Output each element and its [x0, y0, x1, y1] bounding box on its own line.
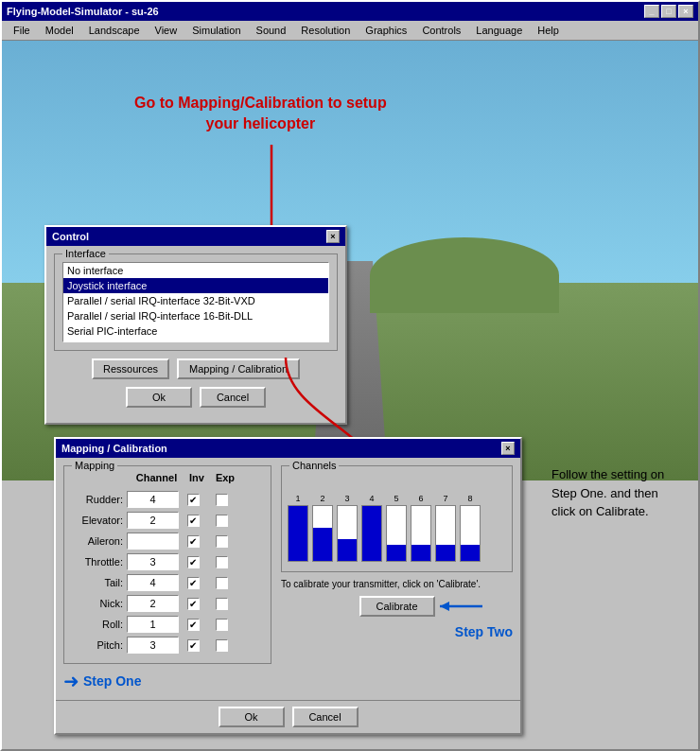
inv-check-icon-7[interactable]: ✔ — [187, 639, 200, 652]
close-button[interactable]: × — [678, 5, 693, 18]
channel-col-0: 1 — [288, 494, 308, 562]
maximize-button[interactable]: □ — [661, 5, 676, 18]
list-item-0[interactable]: No interface — [63, 263, 328, 278]
inv-checkbox-6[interactable]: ✔ — [179, 619, 207, 631]
channel-num-2: 3 — [344, 494, 349, 503]
inv-checkbox-1[interactable]: ✔ — [179, 515, 207, 527]
channel-value-2[interactable] — [127, 533, 179, 550]
mapping-left-panel: Mapping Channel Inv Exp Rudder: 4 ✔ Elev… — [63, 465, 271, 692]
inv-check-icon-6[interactable]: ✔ — [187, 619, 200, 631]
menu-language[interactable]: Language — [468, 23, 530, 38]
channels-group-box: Channels 1 2 3 4 5 — [281, 465, 513, 572]
control-dialog-title-bar: Control × — [46, 227, 345, 246]
mapping-cancel-button[interactable]: Cancel — [292, 707, 359, 727]
instruction-line1: Go to Mapping/Calibration to setup — [134, 93, 387, 114]
inv-checkbox-0[interactable]: ✔ — [179, 494, 207, 506]
menu-sound[interactable]: Sound — [249, 23, 294, 38]
exp-checkbox-7[interactable] — [207, 639, 236, 652]
mapping-dialog-title-bar: Mapping / Calibration × — [56, 439, 520, 458]
list-item-3[interactable]: Parallel / serial IRQ-interface 16-Bit-D… — [63, 308, 328, 323]
step-two-container: Step Two — [281, 624, 513, 639]
exp-checkbox-5[interactable] — [207, 598, 236, 610]
exp-check-icon-1[interactable] — [216, 515, 228, 527]
channel-value-6[interactable]: 1 — [127, 616, 179, 633]
step-one-label: Step One — [83, 673, 141, 689]
mapping-row-label-2: Aileron: — [70, 535, 127, 547]
menu-file[interactable]: File — [6, 23, 38, 38]
inv-check-icon-2[interactable]: ✔ — [187, 535, 200, 548]
inv-check-icon-5[interactable]: ✔ — [187, 598, 200, 610]
inv-check-icon-4[interactable]: ✔ — [187, 577, 200, 589]
mapping-row-label-0: Rudder: — [70, 494, 127, 505]
calibrate-row: Calibrate — [281, 596, 513, 617]
control-ok-button[interactable]: Ok — [126, 387, 192, 408]
mapping-group-box: Mapping Channel Inv Exp Rudder: 4 ✔ Elev… — [63, 465, 271, 664]
title-bar: Flying-Model-Simulator - su-26 _ □ × — [2, 2, 698, 21]
follow-text: Follow the setting on Step One. and then… — [551, 465, 679, 521]
mapping-dialog-close[interactable]: × — [501, 442, 515, 455]
menu-graphics[interactable]: Graphics — [358, 23, 414, 38]
bar-container-0 — [288, 505, 308, 562]
control-dialog-close[interactable]: × — [326, 230, 340, 243]
inv-check-icon-0[interactable]: ✔ — [187, 494, 200, 506]
exp-check-icon-0[interactable] — [216, 494, 228, 506]
channel-num-6: 7 — [443, 494, 447, 503]
bar-fill-0 — [289, 506, 307, 561]
inv-check-icon-1[interactable]: ✔ — [187, 515, 200, 527]
menu-simulation[interactable]: Simulation — [184, 23, 248, 38]
channel-value-5[interactable]: 2 — [127, 595, 179, 612]
channel-value-1[interactable]: 2 — [127, 512, 179, 529]
channel-col-7: 8 — [460, 494, 481, 562]
exp-checkbox-1[interactable] — [207, 515, 236, 527]
inv-checkbox-2[interactable]: ✔ — [179, 535, 207, 548]
exp-checkbox-6[interactable] — [207, 619, 236, 631]
mapping-row-label-4: Tail: — [70, 577, 127, 588]
minimize-button[interactable]: _ — [644, 5, 659, 18]
inv-checkbox-4[interactable]: ✔ — [179, 577, 207, 589]
exp-checkbox-2[interactable] — [207, 535, 236, 548]
mapping-ok-button[interactable]: Ok — [219, 707, 285, 727]
channel-value-7[interactable]: 3 — [127, 637, 179, 654]
mapping-dialog: Mapping / Calibration × Mapping Channel … — [54, 437, 522, 735]
inv-check-icon-3[interactable]: ✔ — [187, 556, 200, 568]
list-item-4[interactable]: Serial PIC-interface — [63, 323, 328, 339]
inv-checkbox-3[interactable]: ✔ — [179, 556, 207, 568]
simulator-viewport: Go to Mapping/Calibration to setup your … — [2, 41, 698, 480]
exp-check-icon-6[interactable] — [216, 619, 228, 631]
resources-button[interactable]: Ressources — [92, 358, 169, 379]
menu-model[interactable]: Model — [38, 23, 81, 38]
menu-view[interactable]: View — [148, 23, 185, 38]
exp-check-icon-5[interactable] — [216, 598, 228, 610]
inv-checkbox-5[interactable]: ✔ — [179, 598, 207, 610]
inv-checkbox-7[interactable]: ✔ — [179, 639, 207, 652]
menu-landscape[interactable]: Landscape — [81, 23, 148, 38]
mapping-row-label-3: Throttle: — [70, 556, 127, 568]
list-item-2[interactable]: Parallel / serial IRQ-interface 32-Bit-V… — [63, 293, 328, 308]
bar-container-4 — [386, 505, 407, 562]
bar-container-7 — [460, 505, 481, 562]
exp-check-icon-7[interactable] — [216, 639, 228, 652]
exp-check-icon-3[interactable] — [216, 556, 228, 568]
menu-help[interactable]: Help — [530, 23, 567, 38]
exp-check-icon-2[interactable] — [216, 535, 228, 548]
channel-col-5: 6 — [411, 494, 431, 562]
menu-controls[interactable]: Controls — [414, 23, 468, 38]
channel-value-4[interactable]: 4 — [127, 574, 179, 591]
mapping-row-label-1: Elevator: — [70, 515, 127, 526]
exp-checkbox-0[interactable] — [207, 494, 236, 506]
exp-checkbox-4[interactable] — [207, 577, 236, 589]
channels-group-label: Channels — [289, 460, 339, 471]
window-title: Flying-Model-Simulator - su-26 — [7, 6, 159, 17]
exp-check-icon-4[interactable] — [216, 577, 228, 589]
channel-col-4: 5 — [386, 494, 407, 562]
channel-num-5: 6 — [418, 494, 423, 503]
channel-value-3[interactable]: 3 — [127, 553, 179, 570]
menu-resolution[interactable]: Resolution — [293, 23, 358, 38]
interface-list[interactable]: No interface Joystick interface Parallel… — [62, 262, 329, 342]
calibrate-blue-arrow-svg — [435, 596, 487, 617]
exp-checkbox-3[interactable] — [207, 556, 236, 568]
mapping-dialog-title: Mapping / Calibration — [61, 443, 167, 454]
channel-value-0[interactable]: 4 — [127, 491, 179, 508]
list-item-1[interactable]: Joystick interface — [63, 278, 328, 293]
calibrate-button[interactable]: Calibrate — [359, 596, 435, 617]
